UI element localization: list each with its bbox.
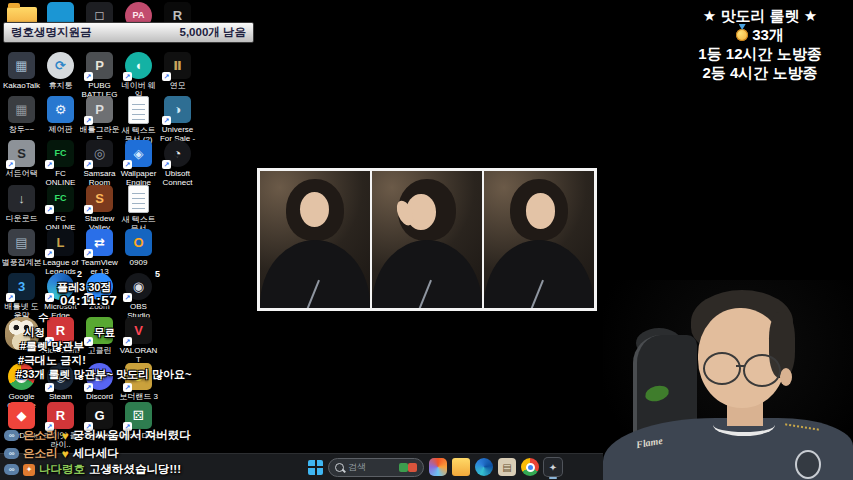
taskbar-search[interactable] <box>328 458 424 477</box>
webcam-overlay: Flame <box>603 280 853 480</box>
chat-message: ∞은소리♥궁허싸움에서 져버렸다 <box>4 428 191 443</box>
desktop-icon-league-of-legends[interactable]: L↗League of Legends <box>41 229 80 276</box>
subscriber-badge-icon: ∞ <box>4 430 19 441</box>
anydesk-icon: ◆ <box>8 402 35 429</box>
byeolpung-tally-icon: ▤ <box>8 229 35 256</box>
photo-figure-face <box>300 192 330 228</box>
search-input[interactable] <box>348 462 395 472</box>
icon-glyph: R <box>56 409 65 422</box>
desktop-icon-downloads[interactable]: ↓다운로드 <box>2 185 41 223</box>
start-button[interactable] <box>308 460 323 475</box>
outlook-0909-icon: O <box>125 229 152 256</box>
shortcut-arrow-icon: ↗ <box>84 383 93 392</box>
taskbar-active-window-icon[interactable]: ✦ <box>544 458 562 476</box>
photo-figure-body <box>484 240 594 309</box>
new-text-doc-2-icon <box>128 96 149 124</box>
desktop-icon-label: 제어판 <box>41 125 81 134</box>
roulette-title: ★ 맛도리 룰렛 ★ <box>671 6 849 25</box>
desktop-icon-teamviewer[interactable]: ⇄↗TeamViewer 13 <box>80 229 119 276</box>
desktop-icon-outlook-0909[interactable]: O0909 <box>119 229 158 267</box>
roulette-rank1: 1등 12시간 노방종 <box>671 44 849 63</box>
shortcut-arrow-icon: ↗ <box>123 337 132 346</box>
shortcut-arrow-icon: ↗ <box>84 160 93 169</box>
hashtag-line-2: #극대노 금지! <box>18 353 86 368</box>
chat-text: 고생하셨습니당!!! <box>89 462 181 477</box>
desktop-icon-control-panel[interactable]: ⚙제어판 <box>41 96 80 134</box>
shortcut-arrow-icon: ↗ <box>45 249 54 258</box>
stream-clock: 04:11:57 <box>60 293 117 308</box>
photo-figure-face <box>526 193 556 229</box>
desktop-icon-naver-whale[interactable]: ◖↗네이버 웨일 <box>119 52 158 99</box>
desktop-icon-byeolpung-tally[interactable]: ▤별풍집계본 <box>2 229 41 267</box>
downloads-icon: ↓ <box>8 185 35 212</box>
icon-glyph: V <box>134 324 143 337</box>
desktop-icon-kakaotalk-file[interactable]: ▦KakaoTalk_.. <box>2 52 41 99</box>
wallpaper-engine-icon: ◈↗ <box>125 140 152 167</box>
desktop-icon-yeonmo[interactable]: Ⅱ↗연모 <box>158 52 197 90</box>
samsara-room-icon: ◎↗ <box>86 140 113 167</box>
shortcut-arrow-icon: ↗ <box>162 116 171 125</box>
roulette-medal-line: 33개 <box>671 25 849 44</box>
icon-glyph: PA <box>133 11 145 20</box>
photo-panel-3 <box>484 171 594 308</box>
desktop-icon-ubisoft-connect[interactable]: ◔↗Ubisoft Connect <box>158 140 197 187</box>
desktop-icon-fc-online[interactable]: FC↗FC ONLINE by EA SPO.. <box>41 140 80 188</box>
shortcut-arrow-icon: ↗ <box>84 249 93 258</box>
desktop-icon-obs-studio[interactable]: ◉↗5OBS Studio <box>119 273 158 320</box>
icon-glyph: ◎ <box>94 147 105 160</box>
icon-glyph: □ <box>96 9 104 22</box>
desktop-icon-pubg[interactable]: P↗PUBG BATTLEGR.. <box>80 52 119 100</box>
desktop-icon-label: 다운로드 <box>2 214 42 223</box>
desktop-icon-new-text-doc[interactable]: 새 텍스트 문서 <box>119 185 158 233</box>
desktop-icon-universe-for-sale[interactable]: ◑↗Universe For Sale - Prol.. <box>158 96 197 144</box>
battlenet-help-icon: 3↗ <box>8 273 35 300</box>
desktop-icon-label: 창두~~ <box>2 125 42 134</box>
shortcut-arrow-icon: ↗ <box>123 72 132 81</box>
donation-progress-remaining: 5,000개 남음 <box>180 25 246 40</box>
naver-whale-icon: ◖↗ <box>125 52 152 79</box>
taskbar-chrome-icon[interactable] <box>521 458 539 476</box>
desktop-icon-new-text-doc-2[interactable]: 새 텍스트 문서 (2) <box>119 96 158 144</box>
photo-figure-body <box>260 240 370 309</box>
zipper-line <box>306 280 320 308</box>
desktop-icon-valorant[interactable]: V↗VALORANT <box>119 317 158 364</box>
search-highlight-icon <box>399 463 408 472</box>
taskbar-store-app-icon[interactable]: ▤ <box>498 458 516 476</box>
desktop-icon-battlegrounds[interactable]: P↗배틀그라운드 <box>80 96 119 143</box>
icon-glyph: R <box>173 9 182 22</box>
taskbar-copilot-icon[interactable] <box>429 458 447 476</box>
shortcut-arrow-icon: ↗ <box>84 116 93 125</box>
zipper-line <box>530 280 544 308</box>
icon-glyph: Ⅱ <box>173 59 182 72</box>
desktop-icon-label: 연모 <box>158 81 198 90</box>
desktop-icon-fc-online-2[interactable]: FC↗FC ONLINE by EA SP.. <box>41 185 80 233</box>
changdu-icon: ▦ <box>8 96 35 123</box>
overlay-fragment-1: 수 <box>38 311 49 325</box>
shortcut-arrow-icon: ↗ <box>84 337 93 346</box>
shortcut-arrow-icon: ↗ <box>45 383 54 392</box>
roulette-overlay: ★ 맛도리 룰렛 ★ 33개 1등 12시간 노방종 2등 4시간 노방종 <box>671 6 849 82</box>
taskbar-edge-icon[interactable] <box>475 458 493 476</box>
fc-online-icon: FC↗ <box>47 140 74 167</box>
desktop-icon-label: Ubisoft Connect <box>158 169 198 187</box>
desktop-icon-samsara-room[interactable]: ◎↗Samsara Room <box>80 140 119 187</box>
battlegrounds-icon: P↗ <box>86 96 113 123</box>
desktop-icon-battlenet-help[interactable]: 3↗배틀넷 도움말 <box>2 273 41 320</box>
glasses-bridge <box>736 365 745 367</box>
icon-glyph: ▦ <box>15 59 27 72</box>
desktop-icon-stardew-valley[interactable]: S↗Stardew Valley <box>80 185 119 232</box>
icon-glyph: 3 <box>18 280 25 293</box>
icon-glyph: S <box>17 147 26 160</box>
icon-glyph: P <box>95 59 104 72</box>
desktop-icon-recycle-bin[interactable]: ⟳휴지통 <box>41 52 80 90</box>
valorant-icon: V↗ <box>125 317 152 344</box>
desktop-icon-wallpaper-engine[interactable]: ◈↗Wallpaper Engine <box>119 140 158 187</box>
hashtag-line-3: #33개 룰렛 많관부~ 맛도리 많아요~ <box>16 367 191 382</box>
desktop-icon-sudden-attack[interactable]: S↗서든어택 <box>2 140 41 178</box>
desktop-icon-changdu[interactable]: ▦창두~~ <box>2 96 41 134</box>
shortcut-arrow-icon: ↗ <box>45 205 54 214</box>
shortcut-arrow-icon: ↗ <box>6 160 15 169</box>
roulette-medal-count: 33개 <box>752 26 784 43</box>
desktop-icon-label: 휴지통 <box>41 81 81 90</box>
taskbar-file-explorer-icon[interactable] <box>452 458 470 476</box>
